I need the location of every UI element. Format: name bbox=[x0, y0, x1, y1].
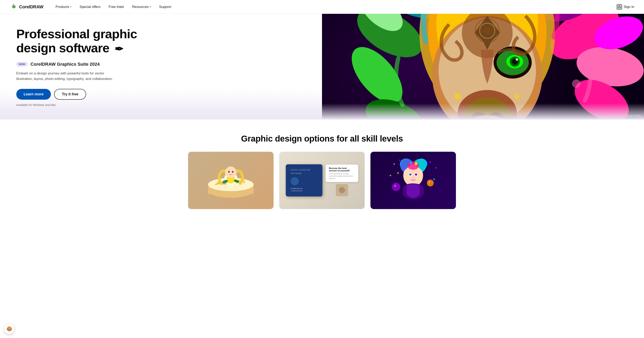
card-business[interactable]: DORA GUISELINE Life coaching info@dorag.… bbox=[279, 152, 365, 209]
nav-links: Products ▾ Special offers Free trials Re… bbox=[56, 5, 617, 9]
hero-image: Firman Hatibi bbox=[322, 14, 644, 120]
try-free-button[interactable]: Try it free bbox=[54, 89, 86, 100]
hero-buttons: Learn more Try it free bbox=[16, 89, 310, 100]
svg-point-67 bbox=[410, 174, 411, 175]
card-noodle-inner bbox=[188, 152, 274, 209]
nav-right: Sign in bbox=[617, 4, 634, 9]
nav-support[interactable]: Support bbox=[159, 5, 172, 9]
svg-point-58 bbox=[394, 163, 395, 165]
svg-point-2 bbox=[619, 6, 620, 7]
svg-point-72 bbox=[416, 174, 417, 174]
svg-point-76 bbox=[427, 180, 434, 187]
hero-illustration bbox=[322, 14, 644, 120]
nav-products[interactable]: Products ▾ bbox=[56, 5, 72, 9]
coreldraw-logo-icon bbox=[10, 3, 18, 11]
svg-point-61 bbox=[435, 167, 436, 169]
nav-free-trials[interactable]: Free trials bbox=[109, 5, 124, 9]
logo-text: CorelDRAW bbox=[19, 4, 43, 9]
pen-icon: ✒ bbox=[114, 43, 123, 55]
svg-point-63 bbox=[433, 178, 435, 180]
section-title: Graphic design options for all skill lev… bbox=[8, 134, 636, 144]
chevron-down-icon: ▾ bbox=[70, 5, 72, 8]
navbar: CorelDRAW Products ▾ Special offers Free… bbox=[0, 0, 644, 14]
svg-point-70 bbox=[415, 173, 417, 176]
hero-content: Professional graphic design software ✒ N… bbox=[0, 14, 322, 120]
svg-point-38 bbox=[514, 94, 520, 99]
nav-special-offers[interactable]: Special offers bbox=[80, 5, 100, 9]
section-title-area: Graphic design options for all skill lev… bbox=[0, 120, 644, 152]
new-badge: NEW bbox=[16, 62, 28, 66]
chevron-down-icon: ▾ bbox=[150, 5, 151, 8]
svg-point-54 bbox=[228, 171, 230, 172]
card-fantasy[interactable] bbox=[370, 152, 456, 209]
cards-row: DORA GUISELINE Life coaching info@dorag.… bbox=[0, 152, 644, 221]
svg-point-71 bbox=[416, 174, 417, 175]
hero-section: Professional graphic design software ✒ N… bbox=[0, 14, 644, 120]
hero-description: Embark on a design journey with powerful… bbox=[16, 70, 114, 81]
platform-note: Available for Windows and Mac bbox=[16, 103, 310, 107]
product-badge-row: NEW CorelDRAW Graphics Suite 2024 bbox=[16, 62, 310, 67]
svg-point-80 bbox=[410, 162, 412, 164]
learn-more-button[interactable]: Learn more bbox=[16, 89, 51, 100]
card-noodle[interactable] bbox=[188, 152, 274, 209]
svg-point-39 bbox=[572, 79, 580, 88]
sign-in-button[interactable]: Sign in bbox=[617, 4, 634, 9]
nav-resources[interactable]: Resources ▾ bbox=[132, 5, 151, 9]
svg-point-75 bbox=[394, 185, 396, 187]
card-fantasy-inner bbox=[370, 152, 456, 209]
attribution-text: Firman Hatibi bbox=[626, 114, 641, 117]
svg-point-53 bbox=[225, 167, 236, 178]
logo-link[interactable]: CorelDRAW bbox=[10, 3, 43, 11]
svg-point-66 bbox=[409, 173, 411, 176]
svg-point-37 bbox=[454, 93, 461, 100]
svg-point-46 bbox=[484, 27, 490, 34]
user-icon bbox=[617, 4, 622, 9]
svg-point-77 bbox=[428, 181, 430, 183]
product-name: CorelDRAW Graphics Suite 2024 bbox=[30, 62, 100, 67]
svg-point-62 bbox=[390, 175, 391, 176]
svg-point-73 bbox=[411, 179, 416, 181]
svg-point-79 bbox=[414, 162, 418, 165]
svg-point-31 bbox=[516, 58, 518, 61]
svg-point-74 bbox=[392, 183, 400, 191]
svg-point-68 bbox=[411, 174, 411, 174]
products-section: Graphic design options for all skill lev… bbox=[0, 120, 644, 221]
svg-point-55 bbox=[232, 171, 234, 172]
card-business-inner: DORA GUISELINE Life coaching info@dorag.… bbox=[280, 152, 364, 209]
svg-point-59 bbox=[399, 160, 400, 161]
hero-title: Professional graphic design software ✒ bbox=[16, 27, 310, 55]
svg-point-78 bbox=[408, 161, 419, 170]
svg-point-60 bbox=[429, 161, 431, 163]
